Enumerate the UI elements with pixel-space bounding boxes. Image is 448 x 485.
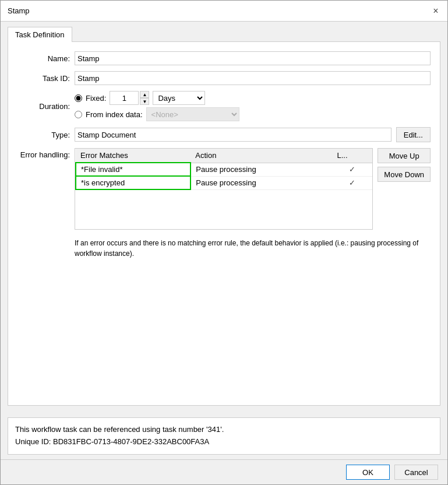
move-down-button[interactable]: Move Down — [378, 167, 431, 182]
spin-down-button[interactable]: ▼ — [140, 98, 149, 105]
error-table-wrapper: Error Matches Action L... *File invalid*… — [75, 148, 373, 230]
table-buttons: Move Up Move Down — [378, 148, 431, 230]
duration-input[interactable] — [110, 91, 139, 105]
log-cell: ✓ — [332, 176, 372, 189]
dialog: Stamp × Task Definition Name: Task ID: D… — [0, 0, 448, 485]
tab-task-definition[interactable]: Task Definition — [8, 27, 72, 42]
log-cell: ✓ — [332, 163, 372, 176]
from-index-radio[interactable] — [75, 111, 82, 118]
info-line2: Unique ID: BD831FBC-0713-4807-9DE2-332AB… — [15, 436, 433, 448]
tab-content: Name: Task ID: Duration: Fixed: ▲ ▼ — [8, 41, 440, 406]
type-label: Type: — [17, 131, 70, 139]
action-cell: Pause processing — [191, 163, 332, 176]
col-log-header: L... — [332, 149, 372, 163]
move-up-button[interactable]: Move Up — [378, 148, 431, 163]
from-index-option: From index data: <None> — [75, 107, 239, 121]
type-input[interactable] — [75, 128, 391, 142]
error-right: Error Matches Action L... *File invalid*… — [75, 148, 431, 230]
type-row: Type: Edit... — [17, 127, 431, 142]
spin-up-button[interactable]: ▲ — [140, 91, 149, 98]
error-match-cell: *File invalid* — [76, 163, 191, 176]
fixed-radio[interactable] — [75, 94, 82, 102]
error-match-cell: *is encrypted — [76, 176, 191, 189]
taskid-row: Task ID: — [17, 71, 431, 85]
name-row: Name: — [17, 51, 431, 65]
error-label: Error handling: — [17, 150, 70, 159]
duration-unit-select[interactable]: Days Hours Minutes — [153, 91, 205, 105]
from-index-label: From index data: — [86, 110, 143, 119]
cancel-button[interactable]: Cancel — [394, 465, 438, 480]
error-table: Error Matches Action L... *File invalid*… — [75, 149, 372, 190]
taskid-label: Task ID: — [17, 74, 70, 83]
spin-buttons: ▲ ▼ — [140, 91, 149, 105]
info-line1: This workflow task can be referenced usi… — [15, 424, 433, 436]
fixed-option: Fixed: ▲ ▼ Days Hours Minutes — [75, 91, 239, 105]
name-input[interactable] — [75, 51, 431, 65]
col-error-header: Error Matches — [76, 149, 191, 163]
fixed-label: Fixed: — [86, 94, 106, 103]
bottom-bar: OK Cancel — [1, 459, 447, 484]
taskid-input[interactable] — [75, 71, 431, 85]
col-action-header: Action — [191, 149, 332, 163]
duration-options: Fixed: ▲ ▼ Days Hours Minutes — [75, 91, 239, 121]
duration-label: Duration: — [17, 102, 70, 111]
info-box: This workflow task can be referenced usi… — [8, 417, 440, 455]
tab-bar: Task Definition — [1, 22, 447, 41]
dialog-title: Stamp — [8, 6, 30, 15]
table-row[interactable]: *is encrypted Pause processing ✓ — [76, 176, 372, 189]
duration-row: Duration: Fixed: ▲ ▼ Days Hours — [17, 91, 431, 121]
ok-button[interactable]: OK — [346, 465, 390, 480]
action-cell: Pause processing — [191, 176, 332, 189]
from-index-select[interactable]: <None> — [146, 107, 239, 121]
edit-button[interactable]: Edit... — [396, 127, 431, 142]
spin-wrapper: ▲ ▼ — [110, 91, 149, 105]
title-bar: Stamp × — [1, 1, 447, 22]
close-button[interactable]: × — [429, 4, 443, 18]
table-row[interactable]: *File invalid* Pause processing ✓ — [76, 163, 372, 176]
info-text: If an error occurs and there is no match… — [75, 238, 431, 259]
name-label: Name: — [17, 54, 70, 63]
error-section: Error handling: Error Matches Action L..… — [17, 148, 431, 230]
